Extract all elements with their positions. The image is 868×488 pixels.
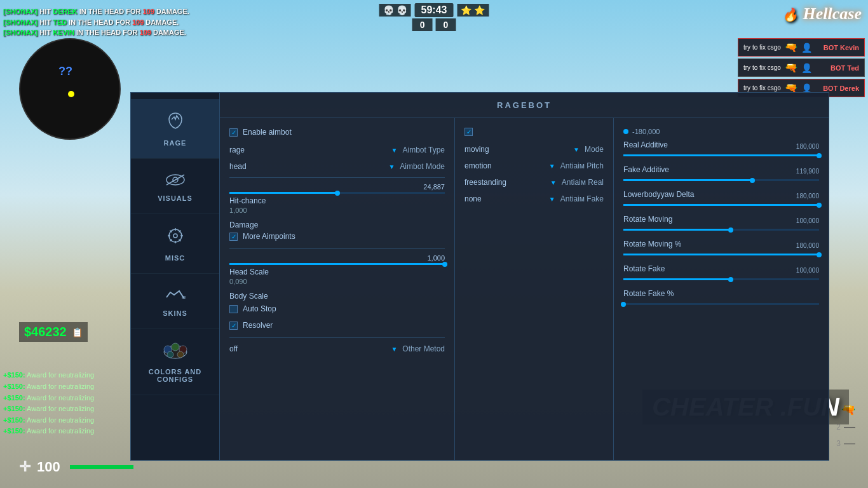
lowerbodyyaw-delta-value: 180,000 [796, 193, 819, 200]
head-scale-thumb[interactable] [442, 262, 447, 267]
rotate-fake-row: Rotate Fake 100,000 [623, 264, 819, 280]
health-bar: ✛ 100 [19, 459, 133, 475]
aimbot-type-row: rage ▼ Aimbot Type [229, 144, 445, 156]
rotate-moving-pct-value: 180,000 [796, 242, 819, 249]
bot-panels: try to fix csgo 🔫 👤 BOT Kevin try to fix… [738, 38, 865, 97]
other-method-arrow-icon[interactable]: ▼ [391, 346, 397, 353]
resolver-checkbox[interactable] [229, 322, 238, 330]
rotate-moving-label: Rotate Moving [623, 215, 672, 224]
rotate-moving-track[interactable] [623, 229, 819, 231]
kill-feed-line: [SHONAX] HIT TED IN THE HEAD FOR 109 DAM… [3, 17, 189, 28]
fake-additive-value: 119,900 [796, 168, 819, 175]
main-content: RAGEBOT Enable aimbot rage ▼ Aimbot Type [220, 93, 829, 460]
hit-chance-thumb[interactable] [335, 191, 340, 196]
enable-aimbot-row: Enable aimbot [229, 128, 445, 137]
visuals-icon [165, 170, 186, 191]
cheat-panel: RAGE VISUALS [130, 92, 829, 461]
real-additive-row: Real Additive 180,000 [623, 140, 819, 156]
rotate-moving-value: 100,000 [796, 217, 819, 224]
colors-icon [163, 341, 188, 364]
bot-panel-ted: try to fix csgo 🔫 👤 BOT Ted [738, 58, 865, 77]
sidebar-label-visuals: VISUALS [158, 194, 193, 202]
aimbot-mode-arrow-icon[interactable]: ▼ [388, 163, 395, 170]
body-scale-label: Body Scale [229, 292, 445, 301]
more-aimpoints-row: More Aimpoints [229, 232, 445, 241]
antiaiм-pitch-value: emotion [465, 160, 544, 172]
minimap: ?? [19, 38, 121, 140]
content-columns: Enable aimbot rage ▼ Aimbot Type head ▼ … [220, 118, 829, 460]
antiaiм-fake-row: none ▼ Antiaiм Fake [465, 193, 604, 205]
skins-icon [164, 285, 187, 306]
rotate-moving-thumb[interactable] [728, 227, 733, 233]
lowerbodyyaw-delta-thumb[interactable] [817, 203, 822, 208]
svg-point-18 [167, 351, 173, 358]
lowerbodyyaw-delta-row: Lowerbodyyaw Delta 180,000 [623, 190, 819, 206]
head-scale-track[interactable] [229, 263, 445, 265]
enable-aimbot-checkbox[interactable] [229, 128, 238, 137]
aimbot-type-value: rage [229, 144, 386, 156]
aimbot-type-arrow-icon[interactable]: ▼ [391, 147, 398, 154]
sidebar-item-rage[interactable]: RAGE [131, 99, 219, 159]
lowerbodyyaw-delta-label: Lowerbodyyaw Delta [623, 190, 694, 199]
aimbot-type-label: Aimbot Type [403, 146, 445, 154]
money-display: $46232 📋 [19, 322, 88, 342]
head-scale-label: Head Scale [229, 268, 445, 276]
antiaiм-pitch-label: Antiaiм Pitch [560, 161, 604, 170]
fake-additive-label: Fake Additive [623, 165, 669, 174]
rotate-moving-pct-track[interactable] [623, 254, 819, 255]
fake-additive-track[interactable] [623, 179, 819, 181]
sidebar-item-misc[interactable]: MISC [131, 214, 219, 274]
hit-chance-section: 24,887 Hit-chance 1,000 [229, 183, 445, 214]
antiaiм-real-arrow-icon[interactable]: ▼ [550, 179, 557, 186]
rotate-moving-pct-label: Rotate Moving % [623, 240, 681, 248]
top-value-row: -180,000 [623, 128, 819, 135]
more-aimpoints-checkbox[interactable] [229, 233, 238, 241]
rotate-fake-value: 100,000 [796, 267, 819, 274]
sidebar-label-colors: COLORS AND CONFIGS [137, 368, 213, 383]
sidebar-item-visuals[interactable]: VISUALS [131, 159, 219, 214]
rotate-fake-pct-thumb[interactable] [621, 302, 626, 307]
rotate-fake-thumb[interactable] [728, 277, 733, 282]
score-t: 0 [435, 18, 456, 31]
real-additive-track[interactable] [623, 154, 819, 156]
mode-label: Mode [585, 145, 604, 154]
mode-value: moving [465, 144, 568, 155]
antiaiм-fake-arrow-icon[interactable]: ▼ [549, 196, 555, 203]
svg-point-4 [173, 234, 177, 238]
rage-icon [165, 111, 186, 135]
rotate-moving-pct-thumb[interactable] [817, 252, 822, 257]
mode-row: moving ▼ Mode [465, 144, 604, 155]
fake-additive-row: Fake Additive 119,900 [623, 165, 819, 181]
sidebar-label-rage: RAGE [164, 139, 187, 147]
rotate-fake-label: Rotate Fake [623, 264, 665, 273]
hud-top: 💀 💀 59:43 ⭐ ⭐ 0 0 [379, 3, 489, 31]
rotate-fake-pct-label: Rotate Fake % [623, 289, 674, 298]
real-additive-label: Real Additive [623, 140, 668, 149]
sidebar-label-misc: MISC [165, 254, 186, 262]
panel-title: RAGEBOT [220, 93, 829, 118]
misc-icon [165, 226, 186, 250]
mode-arrow-icon[interactable]: ▼ [573, 146, 580, 153]
rotate-moving-row: Rotate Moving 100,000 [623, 215, 819, 231]
sidebar-item-colors[interactable]: COLORS AND CONFIGS [131, 329, 219, 395]
enable-antiaiм-checkbox[interactable] [465, 128, 473, 136]
antiaiм-pitch-arrow-icon[interactable]: ▼ [549, 163, 555, 170]
antiaiм-real-value: freestanding [465, 177, 545, 188]
sidebar: RAGE VISUALS [131, 93, 220, 460]
head-scale-section: 1,000 Head Scale 0,090 [229, 254, 445, 285]
lowerbodyyaw-delta-track[interactable] [623, 204, 819, 206]
enable-antiaiм-row [465, 128, 604, 136]
auto-stop-checkbox[interactable] [229, 305, 238, 313]
resolver-label: Resolver [243, 321, 273, 330]
rotate-fake-track[interactable] [623, 278, 819, 280]
rotate-fake-pct-track[interactable] [623, 303, 819, 305]
hit-chance-track[interactable] [229, 192, 445, 194]
minimap-dot [68, 91, 74, 97]
aimbot-mode-label: Aimbot Mode [400, 162, 445, 171]
svg-rect-13 [182, 296, 186, 299]
fake-additive-thumb[interactable] [750, 178, 755, 183]
rotate-fake-pct-row: Rotate Fake % [623, 289, 819, 305]
sidebar-item-skins[interactable]: SKINS [131, 274, 219, 329]
real-additive-thumb[interactable] [817, 153, 822, 158]
auto-stop-row: Auto Stop [229, 304, 445, 313]
